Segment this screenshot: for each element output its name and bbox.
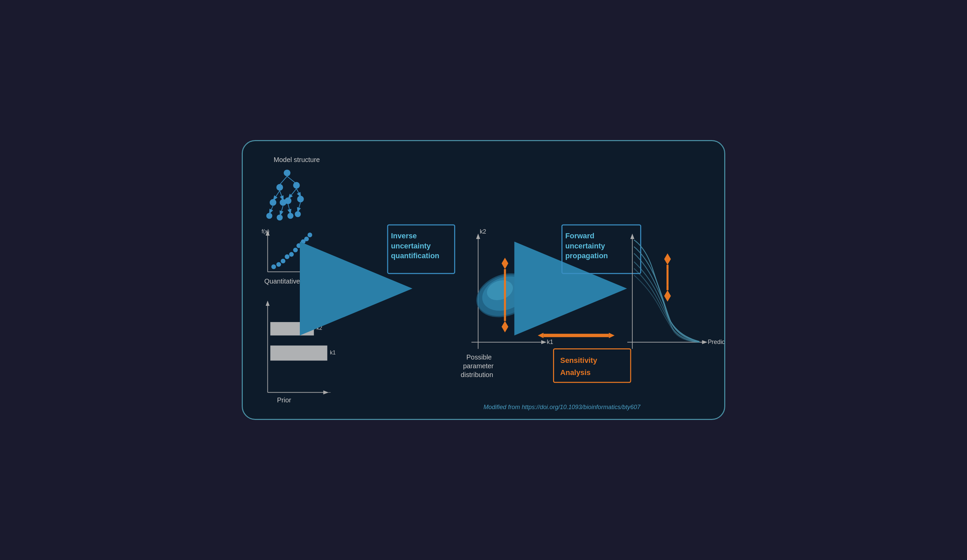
svg-text:k2: k2 [317, 325, 322, 331]
svg-point-31 [289, 252, 294, 257]
svg-text:k2: k2 [480, 228, 486, 235]
svg-point-22 [295, 211, 301, 217]
svg-point-33 [297, 244, 301, 248]
svg-point-6 [293, 182, 300, 189]
svg-point-11 [270, 199, 277, 206]
svg-text:Analysis: Analysis [560, 368, 591, 377]
svg-point-20 [277, 214, 282, 221]
svg-point-14 [297, 196, 304, 203]
svg-point-5 [276, 184, 283, 191]
svg-text:k1: k1 [547, 339, 553, 345]
svg-point-32 [293, 248, 298, 252]
svg-text:Inverse: Inverse [391, 232, 417, 240]
svg-text:f(x): f(x) [262, 229, 269, 234]
svg-point-19 [266, 212, 272, 219]
svg-text:Sensitivity: Sensitivity [560, 356, 597, 364]
svg-text:Possible: Possible [466, 353, 492, 361]
svg-point-30 [285, 255, 289, 259]
svg-text:x: x [319, 269, 322, 274]
svg-point-35 [304, 237, 309, 241]
diagram-area: Model structure [243, 141, 724, 419]
svg-point-29 [281, 259, 285, 263]
svg-text:propagation: propagation [565, 252, 608, 260]
svg-point-13 [285, 198, 291, 204]
svg-point-28 [276, 262, 281, 267]
main-container: Model structure [242, 140, 725, 420]
svg-text:Model structure: Model structure [274, 156, 320, 163]
svg-rect-40 [271, 322, 314, 336]
svg-text:quantification: quantification [391, 252, 439, 260]
svg-text:parameter: parameter [463, 362, 493, 370]
svg-point-27 [271, 264, 276, 269]
svg-text:uncertainty: uncertainty [391, 242, 431, 250]
svg-text:Forward: Forward [565, 232, 594, 240]
footer-text: Modified from https://doi.org/10.1093/bi… [484, 404, 641, 410]
svg-text:uncertainty: uncertainty [565, 242, 606, 250]
svg-text:k1: k1 [330, 350, 336, 356]
svg-text:Quantitative data: Quantitative data [264, 277, 315, 285]
svg-text:distribution: distribution [460, 371, 493, 379]
svg-point-21 [287, 212, 294, 219]
svg-rect-41 [271, 346, 327, 361]
svg-text:Prediction: Prediction [708, 339, 724, 345]
svg-point-2 [284, 170, 290, 176]
svg-text:Prior: Prior [277, 396, 291, 404]
svg-point-36 [308, 232, 312, 237]
